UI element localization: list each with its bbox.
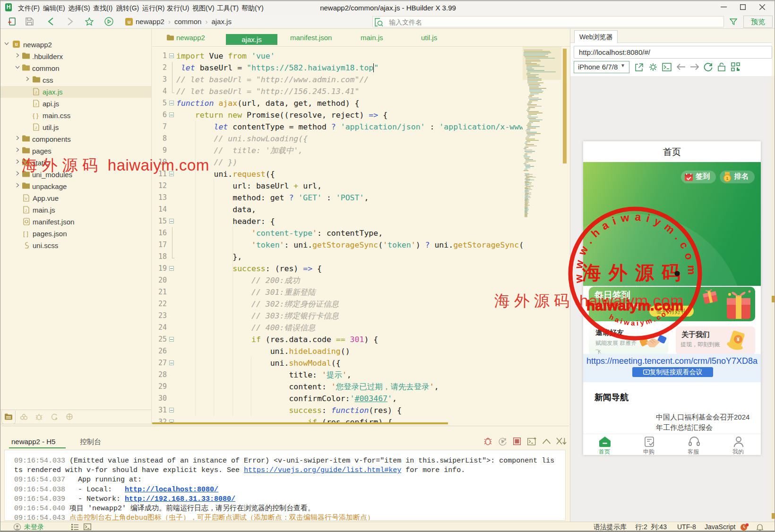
svg-text:¥: ¥ [737, 336, 740, 342]
svg-text:J: J [35, 90, 37, 94]
svg-text:1: 1 [726, 176, 728, 181]
svg-text:V: V [25, 197, 28, 201]
svg-text:海外源码: 海外源码 [582, 262, 688, 283]
svg-text:J: J [25, 208, 27, 213]
svg-text:J: J [35, 102, 37, 106]
svg-text:J: J [35, 126, 37, 130]
